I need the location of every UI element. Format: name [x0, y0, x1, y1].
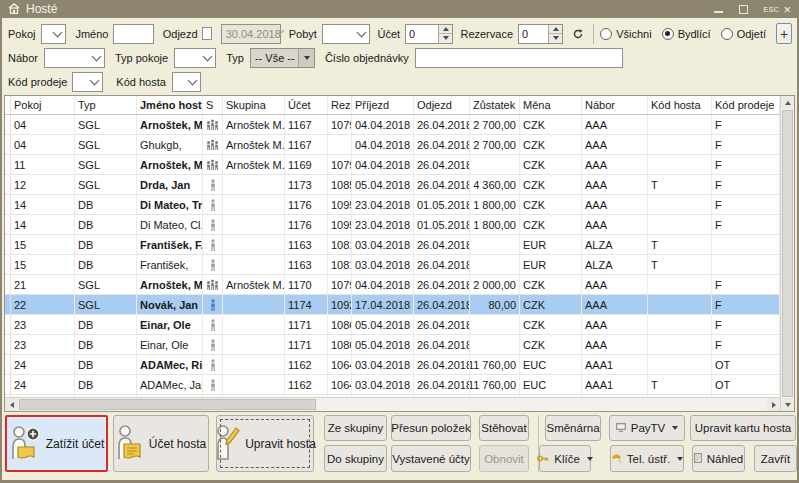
table-row-selected[interactable]: 22SGLNovák, Jan1174109217.04.201826.04.2… — [5, 295, 780, 315]
cell-ucet: 1167 — [285, 115, 328, 134]
dropdown-arrow-icon — [672, 426, 678, 430]
cell-kod-hosta — [648, 135, 712, 154]
radio-bydlici[interactable] — [662, 28, 674, 40]
dropdown-arrow-icon — [677, 457, 683, 461]
column-header-9[interactable]: Odjezd — [414, 96, 470, 114]
cell-pokoj: 15 — [11, 235, 75, 254]
table-row[interactable]: 14DBDi Mateo, Tr...1176109523.04.201801.… — [5, 195, 780, 215]
column-header-1[interactable]: Pokoj — [11, 96, 75, 114]
odjezd-checkbox[interactable] — [202, 27, 212, 40]
cell-typ: DB — [75, 315, 137, 334]
nahled-button[interactable]: Náhled — [692, 445, 745, 472]
zatizit-ucet-button[interactable]: Zatížit účet — [5, 415, 108, 472]
chevron-down-icon — [90, 76, 100, 86]
table-row[interactable]: 15DBFrantišek,1163108103.04.201826.04.20… — [5, 255, 780, 275]
ucet-hosta-button[interactable]: Účet hosta — [113, 415, 209, 472]
kod-prodeje-label: Kód prodeje — [8, 76, 67, 88]
table-row[interactable]: 04SGLGhukgb,Arnoštek M...116704.04.20182… — [5, 135, 780, 155]
refresh-button[interactable] — [567, 24, 589, 44]
presun-polozek-button[interactable]: Přesun položek — [391, 415, 471, 441]
column-header-13[interactable]: Kód hosta — [648, 96, 712, 114]
pokoj-combobox[interactable] — [41, 24, 67, 44]
radio-odjeti[interactable] — [721, 28, 733, 40]
spinner-arrows[interactable] — [438, 25, 452, 43]
column-header-7[interactable]: Rezerv — [328, 96, 352, 114]
zatizit-ucet-label: Zatížit účet — [46, 437, 105, 451]
do-skupiny-button[interactable]: Do skupiny — [324, 445, 387, 472]
table-row[interactable]: 12SGLDrda, Jan1173108505.04.201826.04.20… — [5, 175, 780, 195]
table-row[interactable]: 24DBADAMec, Jan1162106403.04.201826.04.2… — [5, 375, 780, 395]
odjezd-label: Odjezd — [163, 28, 198, 40]
column-header-12[interactable]: Nábor — [582, 96, 648, 114]
minimize-button[interactable] — [714, 11, 723, 13]
column-header-2[interactable]: Typ — [75, 96, 137, 114]
cell-jmeno-hosta: Einar, Ole — [137, 335, 203, 354]
upravit-hosta-button[interactable]: Upravit hosta — [216, 415, 314, 472]
typ-label: Typ — [226, 52, 244, 64]
cell-rezervace: 1086 — [328, 335, 352, 354]
table-row[interactable]: 15DBFrantišek, F...1163108103.04.201826.… — [5, 235, 780, 255]
table-row[interactable]: 23DBEinar, Ole1171108605.04.201826.04.20… — [5, 335, 780, 355]
kod-prodeje-combobox[interactable] — [72, 72, 103, 92]
cell-jmeno-hosta: Novák, Jan — [137, 295, 203, 314]
spinner-arrows[interactable] — [548, 25, 562, 43]
column-header-11[interactable]: Měna — [520, 96, 582, 114]
pobyt-label: Pobyt — [289, 28, 317, 40]
ucet-spinner[interactable]: 0 — [405, 24, 453, 44]
column-header-4[interactable]: S — [203, 96, 223, 114]
add-button[interactable]: + — [776, 23, 792, 44]
table-row[interactable]: 24DBADAMec, Ri...1162106403.04.201826.04… — [5, 355, 780, 375]
smenarna-button[interactable]: Směnárna — [545, 415, 601, 441]
cell-ucet: 1174 — [285, 295, 328, 314]
rezervace-spinner[interactable]: 0 — [518, 24, 563, 44]
klice-button[interactable]: Klíče — [539, 445, 591, 472]
scroll-up-icon[interactable] — [781, 96, 794, 109]
pobyt-combobox[interactable] — [322, 24, 371, 44]
scroll-down-icon[interactable] — [781, 398, 794, 411]
jmeno-input[interactable] — [113, 24, 153, 44]
nabor-combobox[interactable] — [44, 48, 105, 68]
cell-skupina: Arnoštek M... — [223, 275, 285, 294]
column-header-6[interactable]: Účet — [285, 96, 328, 114]
cell-kod-prodeje: F — [712, 195, 780, 214]
paytv-button[interactable]: PayTV — [609, 415, 685, 441]
date-combobox[interactable]: 30.04.2018 — [221, 24, 281, 44]
radio-vsichni[interactable] — [600, 28, 612, 40]
cell-typ: DB — [75, 215, 137, 234]
cislo-objednavky-input[interactable] — [415, 48, 623, 68]
cell-jmeno-hosta: Di Mateo, Tr... — [137, 195, 203, 214]
typ-combobox[interactable]: -- Vše -- — [250, 48, 315, 68]
column-header-8[interactable]: Příjezd — [352, 96, 414, 114]
table-row[interactable]: 11SGLArnoštek, M...Arnoštek M...11691079… — [5, 155, 780, 175]
upravit-kartu-hosta-button[interactable]: Upravit kartu hosta — [690, 415, 796, 441]
vertical-scroll-thumb[interactable] — [782, 110, 793, 397]
cell-kod-hosta — [648, 115, 712, 134]
table-row[interactable]: 04SGLArnoštek, M...Arnoštek M...11671079… — [5, 115, 780, 135]
scroll-left-icon[interactable] — [5, 398, 18, 411]
column-header-10[interactable]: Zůstatek — [470, 96, 520, 114]
cell-skupina — [223, 335, 285, 354]
maximize-button[interactable] — [739, 5, 748, 14]
table-row[interactable]: 21SGLArnoštek, M...Arnoštek M...11701079… — [5, 275, 780, 295]
zavrit-button[interactable]: Zavřít — [754, 445, 797, 472]
typ-pokoje-combobox[interactable] — [174, 48, 216, 68]
column-header-5[interactable]: Skupina — [223, 96, 285, 114]
table-row[interactable]: 23DBEinar, Ole1171108605.04.201826.04.20… — [5, 315, 780, 335]
horizontal-scroll-thumb[interactable] — [19, 399, 316, 410]
vystavene-ucty-button[interactable]: Vystavené účty — [391, 445, 471, 472]
close-button[interactable]: esc × — [764, 3, 792, 16]
scroll-right-icon[interactable] — [767, 398, 780, 411]
column-header-3[interactable]: Jméno hosta — [137, 96, 203, 114]
cell-mena: CZK — [520, 275, 582, 294]
tel-ustr-button[interactable]: Tel. ústř. — [610, 445, 684, 472]
kod-hosta-combobox[interactable] — [172, 72, 201, 92]
cell-odjezd: 01.05.2018 — [414, 195, 470, 214]
vertical-scrollbar[interactable] — [780, 96, 794, 411]
horizontal-scrollbar[interactable] — [5, 397, 780, 411]
column-header-14[interactable]: Kód prodeje — [712, 96, 780, 114]
ze-skupiny-button[interactable]: Ze skupiny — [324, 415, 387, 441]
cell-zustatek — [470, 235, 520, 254]
cell-nabor: ALZA — [582, 255, 648, 274]
table-row[interactable]: 14DBDi Mateo, Cl...1176109523.04.201801.… — [5, 215, 780, 235]
stehovat-button[interactable]: Stěhovat — [479, 415, 529, 441]
